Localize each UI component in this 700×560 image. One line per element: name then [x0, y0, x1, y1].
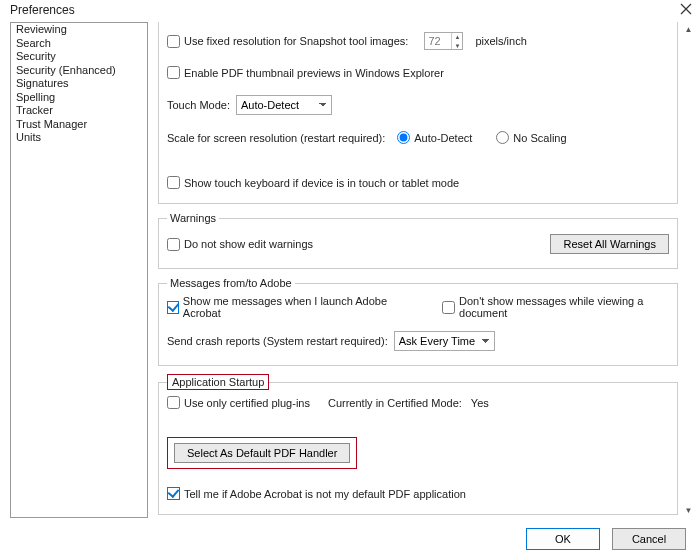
no-edit-warnings-label: Do not show edit warnings — [184, 238, 313, 250]
spin-down-icon[interactable]: ▼ — [452, 42, 462, 51]
sidebar-item-tracker[interactable]: Tracker — [11, 104, 147, 118]
cancel-button[interactable]: Cancel — [612, 528, 686, 550]
crash-reports-select[interactable]: Ask Every Time — [394, 331, 495, 351]
dont-show-viewing-checkbox[interactable]: Don't show messages while viewing a docu… — [442, 295, 669, 319]
thumbnail-previews-label: Enable PDF thumbnail previews in Windows… — [184, 67, 444, 79]
certified-plugins-checkbox[interactable]: Use only certified plug-ins — [167, 396, 310, 409]
vertical-scrollbar[interactable]: ▲ ▼ — [681, 22, 696, 518]
dont-show-viewing-label: Don't show messages while viewing a docu… — [459, 295, 669, 319]
warnings-legend: Warnings — [167, 212, 219, 224]
touch-keyboard-label: Show touch keyboard if device is in touc… — [184, 177, 459, 189]
no-edit-warnings-checkbox[interactable]: Do not show edit warnings — [167, 238, 313, 251]
tell-me-default-checkbox[interactable]: Tell me if Adobe Acrobat is not my defau… — [167, 487, 466, 500]
warnings-group: Warnings Do not show edit warnings Reset… — [158, 212, 678, 269]
scale-label: Scale for screen resolution (restart req… — [167, 132, 385, 144]
sidebar-item-units[interactable]: Units — [11, 131, 147, 145]
scale-none-label: No Scaling — [513, 132, 566, 144]
sidebar-item-search[interactable]: Search — [11, 37, 147, 51]
sidebar-item-reviewing[interactable]: Reviewing — [11, 23, 147, 37]
cert-mode-value: Yes — [471, 397, 489, 409]
window-title: Preferences — [10, 3, 75, 17]
spin-up-icon[interactable]: ▲ — [452, 33, 462, 42]
tell-me-default-label: Tell me if Adobe Acrobat is not my defau… — [184, 488, 466, 500]
scroll-up-icon[interactable]: ▲ — [681, 22, 696, 37]
show-launch-label: Show me messages when I launch Adobe Acr… — [183, 295, 402, 319]
show-launch-checkbox[interactable]: Show me messages when I launch Adobe Acr… — [167, 295, 402, 319]
thumbnail-previews-checkbox[interactable]: Enable PDF thumbnail previews in Windows… — [167, 66, 444, 79]
reset-warnings-button[interactable]: Reset All Warnings — [550, 234, 669, 254]
scale-auto-radio[interactable] — [397, 131, 410, 144]
sidebar-item-signatures[interactable]: Signatures — [11, 77, 147, 91]
fixed-resolution-label: Use fixed resolution for Snapshot tool i… — [184, 35, 408, 47]
messages-legend: Messages from/to Adobe — [167, 277, 295, 289]
sidebar-item-security-enhanced[interactable]: Security (Enhanced) — [11, 64, 147, 78]
startup-group: Application Startup Use only certified p… — [158, 374, 678, 515]
close-icon[interactable] — [680, 3, 692, 15]
messages-group: Messages from/to Adobe Show me messages … — [158, 277, 678, 366]
scale-none-radio[interactable] — [496, 131, 509, 144]
certified-plugins-label: Use only certified plug-ins — [184, 397, 310, 409]
scroll-down-icon[interactable]: ▼ — [681, 503, 696, 518]
resolution-unit: pixels/inch — [475, 35, 526, 47]
resolution-input[interactable] — [425, 33, 451, 49]
fixed-resolution-checkbox[interactable]: Use fixed resolution for Snapshot tool i… — [167, 35, 408, 48]
cert-mode-label: Currently in Certified Mode: — [328, 397, 462, 409]
touch-mode-label: Touch Mode: — [167, 99, 230, 111]
default-handler-highlight: Select As Default PDF Handler — [167, 437, 357, 469]
ok-button[interactable]: OK — [526, 528, 600, 550]
sidebar-item-security[interactable]: Security — [11, 50, 147, 64]
select-default-handler-button[interactable]: Select As Default PDF Handler — [174, 443, 350, 463]
startup-legend: Application Startup — [167, 374, 269, 390]
scale-auto-label: Auto-Detect — [414, 132, 472, 144]
crash-reports-label: Send crash reports (System restart requi… — [167, 335, 388, 347]
sidebar-item-trust-manager[interactable]: Trust Manager — [11, 118, 147, 132]
category-list[interactable]: Reviewing Search Security Security (Enha… — [10, 22, 148, 518]
touch-keyboard-checkbox[interactable]: Show touch keyboard if device is in touc… — [167, 176, 459, 189]
resolution-spinner[interactable]: ▲ ▼ — [424, 32, 463, 50]
sidebar-item-spelling[interactable]: Spelling — [11, 91, 147, 105]
touch-mode-select[interactable]: Auto-Detect — [236, 95, 332, 115]
